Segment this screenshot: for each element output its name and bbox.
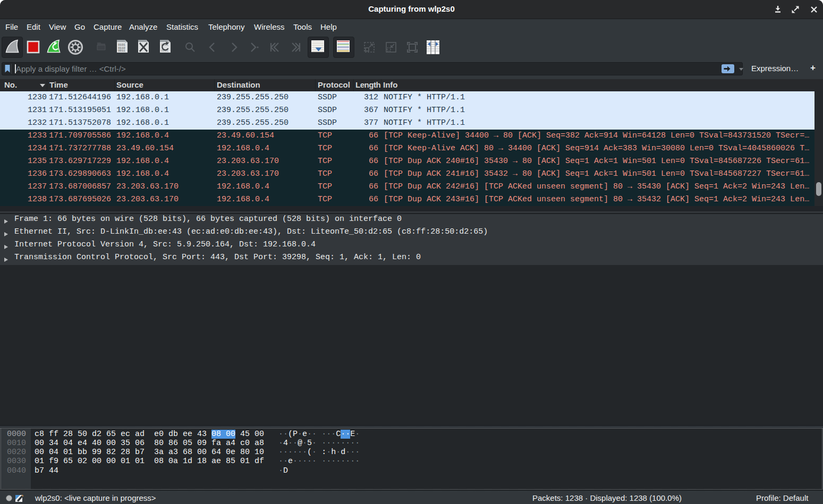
- svg-text:0011: 0011: [118, 49, 125, 53]
